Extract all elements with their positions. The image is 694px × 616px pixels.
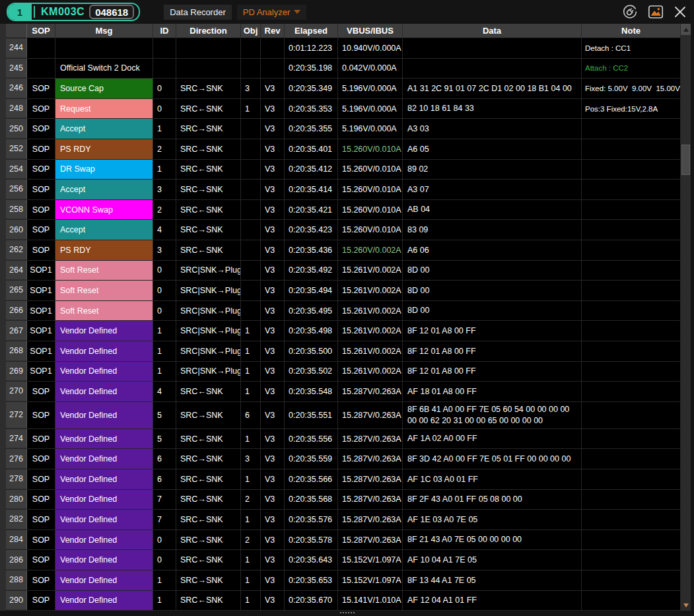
table-row[interactable]: 290 SOP Vendor Defined 1 SRC←SNK 1 V3 0:… <box>6 591 681 611</box>
header-id[interactable]: ID <box>153 24 176 38</box>
cell-row-number: 269 <box>6 362 27 382</box>
cell-rev: V3 <box>261 490 285 510</box>
table-row[interactable]: 269 SOP1 Vendor Defined 1 SRC|SNK→Plug 1… <box>6 362 681 382</box>
header-obj[interactable]: Obj <box>241 24 261 38</box>
cell-id: 7 <box>153 490 176 510</box>
table-row[interactable]: 286 SOP Vendor Defined 0 SRC←SNK 1 V3 0:… <box>6 550 681 570</box>
cell-msg: Vendor Defined <box>55 591 153 611</box>
cell-rev: V3 <box>261 382 285 401</box>
scroll-up-button[interactable] <box>681 24 691 35</box>
header-direction[interactable]: Direction <box>176 24 241 38</box>
table-row[interactable]: 284 SOP Vendor Defined 0 SRC→SNK 2 V3 0:… <box>6 530 681 551</box>
cell-data: AF 18 01 A8 00 FF <box>403 382 582 401</box>
cell-sop: SOP <box>27 402 55 428</box>
table-row[interactable]: 250 SOP Accept 1 SRC→SNK V3 0:20:35.355 … <box>6 119 681 139</box>
header-rev[interactable]: Rev <box>261 24 285 38</box>
header-msg[interactable]: Msg <box>55 24 153 38</box>
cell-direction: SRC|SNK→Plug <box>176 261 241 281</box>
cell-obj: 1 <box>241 510 261 530</box>
cell-obj: 1 <box>241 341 261 361</box>
table-row[interactable]: 248 SOP Request 0 SRC←SNK 1 V3 0:20:35.3… <box>6 99 681 120</box>
cell-elapsed: 0:20:35.498 <box>285 321 338 341</box>
table-row[interactable]: 258 SOP VCONN Swap 2 SRC←SNK V3 0:20:35.… <box>6 200 681 221</box>
table-row[interactable]: 266 SOP1 Soft Reset 0 SRC|SNK→Plug V3 0:… <box>6 301 681 322</box>
cell-elapsed: 0:20:35.670 <box>285 591 338 611</box>
table-row[interactable]: 268 SOP1 Vendor Defined 1 SRC|SNK→Plug 1… <box>6 341 681 362</box>
cell-obj: 1 <box>241 469 261 489</box>
cell-elapsed: 0:20:35.421 <box>285 200 338 220</box>
cell-sop: SOP1 <box>27 261 55 281</box>
table-row[interactable]: 260 SOP Accept 4 SRC→SNK V3 0:20:35.423 … <box>6 220 681 240</box>
tab-pd-analyzer[interactable]: PD Analyzer <box>237 5 307 20</box>
vertical-scrollbar[interactable] <box>681 24 691 611</box>
cell-row-number: 245 <box>6 59 27 79</box>
table-row[interactable]: 264 SOP1 Soft Reset 0 SRC|SNK→Plug V3 0:… <box>6 261 681 281</box>
cell-obj <box>241 240 261 260</box>
cell-id: 1 <box>153 570 176 590</box>
header-sop[interactable]: SOP <box>27 24 55 38</box>
table-row[interactable]: 262 SOP PS RDY 3 SRC←SNK V3 0:20:35.436 … <box>6 240 681 261</box>
cell-elapsed: 0:20:35.436 <box>285 240 338 260</box>
scroll-down-button[interactable] <box>681 599 691 611</box>
cell-row-number: 274 <box>6 429 27 449</box>
cell-obj: 1 <box>241 591 261 611</box>
cell-obj: 1 <box>241 429 261 449</box>
cell-row-number: 276 <box>6 449 27 469</box>
table-row[interactable]: 274 SOP Vendor Defined 5 SRC←SNK 1 V3 0:… <box>6 429 681 450</box>
cell-id: 1 <box>153 341 176 361</box>
table-row[interactable]: 246 SOP Source Cap 0 SRC→SNK 3 V3 0:20:3… <box>6 79 681 99</box>
cell-rev: V3 <box>261 240 285 260</box>
splitter-grip[interactable] <box>340 612 355 613</box>
cell-sop: SOP <box>27 591 55 611</box>
cell-vbus-ibus: 15.152V/1.097A <box>338 570 403 590</box>
cell-id: 4 <box>153 220 176 240</box>
device-badge[interactable]: 1 KM003C 048618 <box>7 3 140 21</box>
cell-obj: 1 <box>241 550 261 570</box>
cell-msg <box>55 38 153 58</box>
header-note[interactable]: Note <box>582 24 681 38</box>
table-row[interactable]: 267 SOP1 Vendor Defined 1 SRC|SNK→Plug 1… <box>6 321 681 341</box>
cell-note <box>582 510 681 530</box>
cell-row-number: 248 <box>6 99 27 119</box>
cell-row-number: 282 <box>6 510 27 530</box>
reconnect-icon[interactable] <box>621 3 639 20</box>
table-row[interactable]: 280 SOP Vendor Defined 7 SRC→SNK 2 V3 0:… <box>6 490 681 510</box>
header-vbus-ibus[interactable]: VBUS/IBUS <box>338 24 403 38</box>
table-row[interactable]: 244 0:01:12.223 10.940V/0.000A Detach : … <box>6 38 681 59</box>
cell-elapsed: 0:20:35.423 <box>285 220 338 240</box>
header-elapsed[interactable]: Elapsed <box>285 24 338 38</box>
cell-sop: SOP <box>27 139 55 159</box>
table-row[interactable]: 245 Official Switch 2 Dock 0:20:35.198 0… <box>6 59 681 79</box>
cell-data: 8F 12 01 A8 00 FF <box>403 362 582 382</box>
table-row[interactable]: 256 SOP Accept 3 SRC→SNK V3 0:20:35.414 … <box>6 180 681 200</box>
cell-row-number: 262 <box>6 240 27 260</box>
cell-direction: SRC←SNK <box>176 99 241 119</box>
cell-row-number: 260 <box>6 220 27 240</box>
table-row[interactable]: 254 SOP DR Swap 1 SRC←SNK V3 0:20:35.412… <box>6 160 681 180</box>
table-row[interactable]: 276 SOP Vendor Defined 6 SRC→SNK 3 V3 0:… <box>6 449 681 469</box>
table-row[interactable]: 282 SOP Vendor Defined 7 SRC←SNK 1 V3 0:… <box>6 510 681 530</box>
table-row[interactable]: 270 SOP Vendor Defined 4 SRC←SNK 1 V3 0:… <box>6 382 681 402</box>
cell-direction: SRC←SNK <box>176 240 241 260</box>
cell-sop: SOP <box>27 220 55 240</box>
cell-row-number: 266 <box>6 301 27 321</box>
cell-vbus-ibus: 5.196V/0.000A <box>338 119 403 139</box>
snapshot-icon[interactable] <box>647 3 664 20</box>
cell-data: AF 1A 02 A0 00 FF <box>403 429 582 449</box>
cell-sop: SOP <box>27 79 55 98</box>
table-row[interactable]: 252 SOP PS RDY 2 SRC→SNK V3 0:20:35.401 … <box>6 139 681 160</box>
header-data[interactable]: Data <box>403 24 582 38</box>
table-row[interactable]: 265 SOP1 Soft Reset 0 SRC|SNK→Plug V3 0:… <box>6 281 681 301</box>
tab-data-recorder[interactable]: Data Recorder <box>164 5 232 20</box>
table-row[interactable]: 288 SOP Vendor Defined 1 SRC→SNK 1 V3 0:… <box>6 570 681 591</box>
cell-note <box>582 220 681 240</box>
cell-row-number: 278 <box>6 469 27 489</box>
table-row[interactable]: 272 SOP Vendor Defined 5 SRC→SNK 6 V3 0:… <box>6 402 681 429</box>
close-icon[interactable] <box>673 5 687 19</box>
cell-sop <box>27 59 55 79</box>
cell-note <box>582 429 681 449</box>
cell-row-number: 280 <box>6 490 27 510</box>
cell-msg: Vendor Defined <box>55 570 153 590</box>
table-row[interactable]: 278 SOP Vendor Defined 6 SRC←SNK 1 V3 0:… <box>6 469 681 490</box>
scrollbar-thumb[interactable] <box>681 145 690 175</box>
